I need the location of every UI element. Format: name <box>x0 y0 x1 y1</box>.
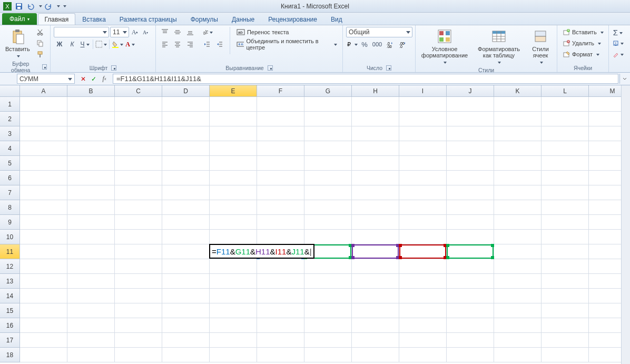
row-header-6[interactable]: 6 <box>0 171 20 185</box>
tab-formulas[interactable]: Формулы <box>184 13 225 25</box>
cell-J9[interactable] <box>447 215 494 230</box>
cell-E12[interactable] <box>210 259 257 274</box>
cell-G15[interactable] <box>304 303 352 318</box>
cell-C7[interactable] <box>115 185 162 200</box>
cell-I7[interactable] <box>399 185 447 200</box>
cell-E16[interactable] <box>210 318 257 333</box>
cell-L3[interactable] <box>542 126 589 141</box>
cell-K7[interactable] <box>494 185 542 200</box>
cell-J8[interactable] <box>447 200 494 215</box>
cell-K4[interactable] <box>494 141 542 156</box>
undo-dropdown[interactable] <box>37 1 42 12</box>
cell-F16[interactable] <box>257 318 304 333</box>
cell-H16[interactable] <box>352 318 399 333</box>
cell-I1[interactable] <box>399 97 447 112</box>
cell-A3[interactable] <box>20 126 67 141</box>
cell-I18[interactable] <box>399 348 447 362</box>
row-header-8[interactable]: 8 <box>0 200 20 215</box>
format-painter-icon[interactable] <box>34 49 46 60</box>
font-color-icon[interactable]: A <box>124 39 136 50</box>
conditional-formatting-button[interactable]: Условное форматирование <box>419 27 470 67</box>
align-right-icon[interactable] <box>184 39 196 50</box>
cell-E10[interactable] <box>210 230 257 244</box>
cell-F3[interactable] <box>257 126 304 141</box>
cell-G10[interactable] <box>304 230 352 244</box>
cell-C13[interactable] <box>115 274 162 289</box>
cell-I10[interactable] <box>399 230 447 244</box>
cell-H4[interactable] <box>352 141 399 156</box>
cell-F4[interactable] <box>257 141 304 156</box>
cell-C5[interactable] <box>115 156 162 171</box>
cell-L11[interactable] <box>542 244 589 259</box>
cell-H13[interactable] <box>352 274 399 289</box>
format-as-table-button[interactable]: Форматировать как таблицу <box>472 27 525 67</box>
borders-icon[interactable] <box>95 39 107 50</box>
column-header-B[interactable]: B <box>67 85 115 97</box>
cell-A17[interactable] <box>20 333 67 348</box>
cell-L2[interactable] <box>542 112 589 126</box>
cell-G8[interactable] <box>304 200 352 215</box>
cell-G16[interactable] <box>304 318 352 333</box>
cell-D15[interactable] <box>162 303 210 318</box>
cell-E7[interactable] <box>210 185 257 200</box>
row-header-1[interactable]: 1 <box>0 97 20 112</box>
cell-I8[interactable] <box>399 200 447 215</box>
worksheet[interactable]: ABCDEFGHIJKLM 12345678910111213141516171… <box>0 85 630 364</box>
cell-I15[interactable] <box>399 303 447 318</box>
cell-D18[interactable] <box>162 348 210 362</box>
cell-F18[interactable] <box>257 348 304 362</box>
cell-H1[interactable] <box>352 97 399 112</box>
cell-H6[interactable] <box>352 171 399 185</box>
align-middle-icon[interactable] <box>172 27 183 37</box>
row-header-12[interactable]: 12 <box>0 259 20 274</box>
cell-D7[interactable] <box>162 185 210 200</box>
delete-cells-button[interactable]: × Удалить <box>560 38 603 48</box>
row-header-18[interactable]: 18 <box>0 348 20 362</box>
cell-F15[interactable] <box>257 303 304 318</box>
cell-B18[interactable] <box>67 348 115 362</box>
cell-D6[interactable] <box>162 171 210 185</box>
align-top-icon[interactable] <box>159 27 171 37</box>
bold-button[interactable]: Ж <box>54 39 65 50</box>
cell-B13[interactable] <box>67 274 115 289</box>
cell-G4[interactable] <box>304 141 352 156</box>
cell-C16[interactable] <box>115 318 162 333</box>
cell-H7[interactable] <box>352 185 399 200</box>
cell-C2[interactable] <box>115 112 162 126</box>
cell-B4[interactable] <box>67 141 115 156</box>
cell-J14[interactable] <box>447 289 494 303</box>
cell-C9[interactable] <box>115 215 162 230</box>
cell-F13[interactable] <box>257 274 304 289</box>
tab-insert[interactable]: Вставка <box>75 13 113 25</box>
cell-K6[interactable] <box>494 171 542 185</box>
row-header-2[interactable]: 2 <box>0 112 20 126</box>
comma-style-icon[interactable]: 000 <box>371 39 383 50</box>
cell-A1[interactable] <box>20 97 67 112</box>
cell-A2[interactable] <box>20 112 67 126</box>
cell-J5[interactable] <box>447 156 494 171</box>
cell-A5[interactable] <box>20 156 67 171</box>
cell-K16[interactable] <box>494 318 542 333</box>
column-header-A[interactable]: A <box>20 85 67 97</box>
cells-area[interactable]: =F11&G11&H11&I11&J11&| <box>20 97 630 362</box>
cell-F12[interactable] <box>257 259 304 274</box>
cell-J3[interactable] <box>447 126 494 141</box>
save-icon[interactable] <box>14 1 24 12</box>
cell-B7[interactable] <box>67 185 115 200</box>
cell-C6[interactable] <box>115 171 162 185</box>
formula-bar-expand-icon[interactable] <box>619 74 629 84</box>
percent-icon[interactable]: % <box>359 39 370 50</box>
cell-C4[interactable] <box>115 141 162 156</box>
cell-K11[interactable] <box>494 244 542 259</box>
column-header-L[interactable]: L <box>542 85 589 97</box>
row-header-10[interactable]: 10 <box>0 230 20 244</box>
active-cell-editor[interactable]: =F11&G11&H11&I11&J11&| <box>209 244 314 259</box>
row-header-13[interactable]: 13 <box>0 274 20 289</box>
italic-button[interactable]: К <box>66 39 78 50</box>
copy-icon[interactable] <box>34 38 46 48</box>
cell-J12[interactable] <box>447 259 494 274</box>
row-header-4[interactable]: 4 <box>0 141 20 156</box>
cell-J1[interactable] <box>447 97 494 112</box>
align-left-icon[interactable] <box>159 39 171 50</box>
cell-G7[interactable] <box>304 185 352 200</box>
